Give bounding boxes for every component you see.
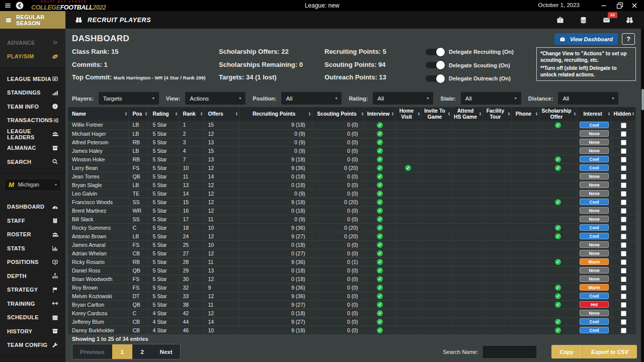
hidden-checkbox[interactable] (621, 140, 626, 145)
hidden-checkbox[interactable] (621, 183, 626, 188)
view-dashboard-button[interactable]: View Dashboard (554, 33, 618, 45)
sidebar-item-team-info[interactable]: TEAM INFO (0, 100, 65, 114)
search-name-input[interactable] (483, 346, 536, 358)
hidden-checkbox[interactable] (621, 225, 626, 231)
player-row[interactable]: Roy Brown FS 5 Star 32 9 9 (36) 0 (0) ✓ … (68, 283, 635, 292)
column-header-pos[interactable]: Pos▴▾ (128, 107, 148, 121)
hidden-checkbox[interactable] (621, 294, 626, 299)
player-row[interactable]: Jefferey Blum CB 4 Star 44 14 9 (27) 0 (… (68, 317, 635, 326)
column-header-attend-hs-game[interactable]: Attend HS Game▴▾ (451, 107, 482, 121)
sidebar-item-league-leaders[interactable]: LEAGUE LEADERS (0, 127, 65, 141)
player-row[interactable]: Korey Cardoza C 4 Star 42 12 0 (18) 0 (0… (68, 309, 635, 317)
export-to-csv-button[interactable]: Export to CSV (583, 345, 637, 358)
column-header-offers[interactable]: Offers▴▾ (204, 107, 239, 121)
column-header-recruiting-points[interactable]: Recruiting Points▴▾ (239, 107, 312, 121)
column-header-scholarship-offer[interactable]: Scholarship Offer▴▾ (539, 107, 577, 121)
column-header-hidden[interactable]: Hidden▴▾ (611, 107, 635, 121)
sidebar-item-schedule[interactable]: SCHEDULE (0, 311, 65, 325)
mail-icon[interactable]: 22 (602, 16, 611, 24)
filter-select[interactable]: All ▾ (461, 92, 521, 105)
player-row[interactable]: Larry Bean FS 5 Star 10 12 9 (36) 0 (20)… (68, 163, 635, 172)
hidden-checkbox[interactable] (621, 157, 626, 162)
hidden-checkbox[interactable] (621, 268, 626, 274)
player-row[interactable]: Bryan Slagle LB 5 Star 13 12 0 (18) 0 (0… (68, 180, 635, 189)
player-row[interactable]: Brian Woodworth FS 5 Star 30 12 0 (18) 0… (68, 275, 635, 283)
hidden-checkbox[interactable] (621, 302, 626, 308)
sidebar-item-transactions[interactable]: TRANSACTIONS (0, 114, 65, 128)
sidebar-item-training[interactable]: TRAINING (0, 297, 65, 311)
column-header-facility-tour[interactable]: Facility Tour▴▾ (482, 107, 511, 121)
hidden-checkbox[interactable] (621, 311, 626, 316)
player-row[interactable]: Leo Galvin TE 5 Star 14 12 0 (9) 0 (0) ✓… (68, 189, 635, 198)
hidden-checkbox[interactable] (621, 131, 626, 137)
player-row[interactable]: Winston Hoke RB 5 Star 7 13 9 (18) 0 (0)… (68, 155, 635, 163)
sidebar-item-strategy[interactable]: STRATEGY (0, 283, 65, 297)
team-selector[interactable]: M Michigan ▾ (4, 178, 61, 191)
player-row[interactable]: Rocky Summers C 5 Star 18 10 9 (36) 0 (2… (68, 223, 635, 232)
toggle-switch[interactable] (426, 75, 444, 82)
player-row[interactable]: Melvin Kozlowski DT 5 Star 33 12 9 (36) … (68, 292, 635, 300)
player-row[interactable]: Ricky Rosario RB 5 Star 28 11 9 (36) 0 (… (68, 257, 635, 266)
page-button-1[interactable]: 1 (112, 344, 132, 359)
player-row[interactable]: Danny Burkholder CB 4 Star 46 10 9 (18) … (68, 326, 635, 334)
sidebar-item-history[interactable]: HISTORY (0, 324, 65, 338)
sidebar-item-standings[interactable]: STANDINGS (0, 86, 65, 100)
help-button[interactable]: ? (622, 33, 635, 45)
player-row[interactable]: James Amaral FS 5 Star 25 10 0 (18) 0 (0… (68, 240, 635, 249)
hidden-checkbox[interactable] (621, 277, 626, 282)
sidebar-item-play-sim[interactable]: PLAY/SIM (0, 50, 65, 64)
player-row[interactable]: Bill Slack SS 5 Star 17 11 0 (9) 0 (0) ✓… (68, 215, 635, 223)
filter-select[interactable]: All ▾ (558, 92, 618, 105)
sidebar-item-positions[interactable]: POSITIONS (0, 255, 65, 269)
player-row[interactable]: James Haley LB 5 Star 4 15 0 (9) 0 (0) ✓… (68, 146, 635, 155)
column-header-home-visit[interactable]: Home Visit▴▾ (395, 107, 421, 121)
restore-button[interactable] (616, 2, 624, 10)
column-header-invite-to-game[interactable]: Invite To Game▴▾ (421, 107, 451, 121)
filter-select[interactable]: All ▾ (281, 92, 342, 105)
hidden-checkbox[interactable] (621, 328, 626, 333)
player-row[interactable]: Brent Martinez WR 5 Star 16 12 0 (18) 0 … (68, 206, 635, 215)
filter-select[interactable]: Targets ▾ (99, 92, 159, 105)
filter-select[interactable]: All ▾ (373, 92, 433, 105)
hidden-checkbox[interactable] (621, 285, 626, 291)
copy-button[interactable]: Copy (551, 345, 583, 358)
column-header-name[interactable]: Name▴▾ (68, 107, 128, 121)
hidden-checkbox[interactable] (621, 174, 626, 179)
column-header-rating[interactable]: Rating▴▾ (148, 107, 179, 121)
sidebar-item-depth[interactable]: DEPTH (0, 269, 65, 283)
sidebar-item-search[interactable]: SEARCH (0, 155, 65, 169)
sidebar-item-almanac[interactable]: ALMANAC (0, 141, 65, 155)
hidden-checkbox[interactable] (621, 200, 626, 205)
sidebar-item-roster[interactable]: ROSTER (0, 228, 65, 242)
hidden-checkbox[interactable] (621, 123, 626, 128)
player-row[interactable]: Adrian Whelan CB 5 Star 27 12 0 (27) 0 (… (68, 249, 635, 257)
page-button-2[interactable]: 2 (132, 344, 152, 359)
toggle-switch[interactable] (426, 62, 444, 68)
player-row[interactable]: Michael Hager LB 5 Star 2 12 0 (9) 0 (0)… (68, 129, 635, 138)
close-button[interactable] (630, 2, 638, 10)
next-page-button[interactable]: Next (152, 344, 180, 359)
recruiting-binoculars-icon[interactable] (625, 16, 634, 24)
hidden-checkbox[interactable] (621, 259, 626, 265)
column-header-interview[interactable]: Interview▴▾ (365, 107, 395, 121)
hidden-checkbox[interactable] (621, 208, 626, 214)
player-row[interactable]: Bryan Carlton QB 5 Star 38 11 9 (27) 0 (… (68, 300, 635, 309)
regular-season-tab[interactable]: REGULAR SEASON (0, 11, 65, 29)
filter-select[interactable]: Actions ▾ (185, 92, 246, 105)
column-header-scouting-points[interactable]: Scouting Points▴▾ (312, 107, 365, 121)
player-row[interactable]: Daniel Ross QB 5 Star 29 13 0 (18) 0 (0)… (68, 266, 635, 275)
sidebar-item-stats[interactable]: STATS (0, 241, 65, 255)
briefcase-icon[interactable] (556, 16, 565, 24)
sidebar-item-advance[interactable]: ADVANCE (0, 36, 65, 50)
column-header-rank[interactable]: Rank▴▾ (179, 107, 204, 121)
sidebar-item-league-media[interactable]: LEAGUE MEDIA (0, 72, 65, 86)
hidden-checkbox[interactable] (621, 251, 626, 256)
hidden-checkbox[interactable] (621, 234, 626, 239)
player-row[interactable]: Alfred Peterson RB 5 Star 3 13 0 (9) 0 (… (68, 138, 635, 146)
player-row[interactable]: Antonio Brown LB 5 Star 24 12 9 (27) 0 (… (68, 232, 635, 240)
sidebar-item-team-config[interactable]: TEAM CONFIG (0, 338, 65, 352)
hidden-checkbox[interactable] (621, 165, 626, 171)
scrollbar-thumb[interactable] (641, 89, 644, 110)
player-row[interactable]: Francisco Woods SS 5 Star 15 12 9 (18) 0… (68, 198, 635, 206)
hidden-checkbox[interactable] (621, 191, 626, 197)
